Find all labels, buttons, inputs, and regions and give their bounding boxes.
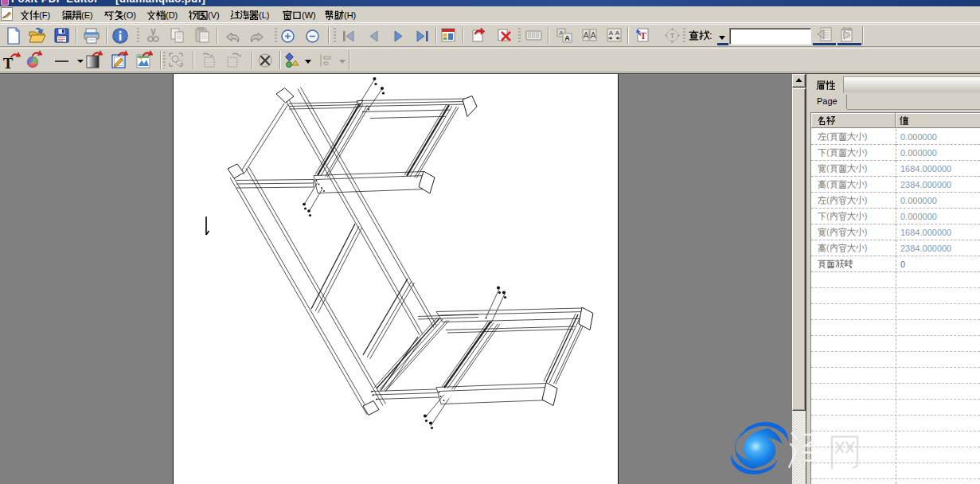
- svg-text:A: A: [591, 31, 596, 40]
- svg-text:A: A: [564, 34, 570, 42]
- svg-text:A: A: [584, 31, 589, 40]
- svg-text:A: A: [615, 29, 620, 37]
- svg-text:T: T: [670, 32, 675, 40]
- svg-text:A: A: [609, 29, 614, 37]
